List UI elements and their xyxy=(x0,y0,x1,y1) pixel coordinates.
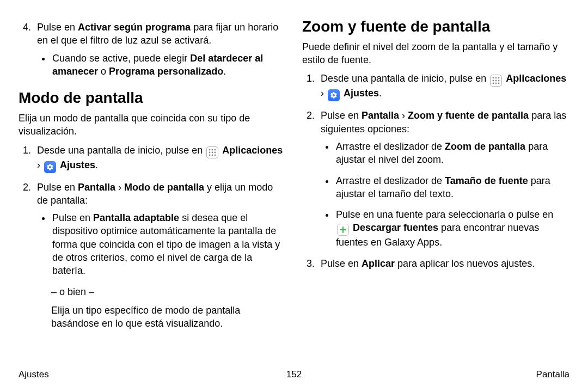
after-text: Elija un tipo específico de modo de pant… xyxy=(37,304,286,330)
text: . xyxy=(379,88,382,99)
svg-point-10 xyxy=(495,77,497,79)
text: Pulse en una fuente para seleccionarla o… xyxy=(336,209,553,220)
svg-point-15 xyxy=(493,83,494,84)
bold: Ajustes xyxy=(344,88,379,99)
svg-point-1 xyxy=(212,149,213,150)
text: . xyxy=(95,160,98,170)
sub-list: Pulse en Pantalla adaptable si desea que… xyxy=(37,211,286,277)
footer-page-number: 152 xyxy=(202,369,385,381)
svg-point-9 xyxy=(493,77,494,79)
svg-point-14 xyxy=(498,80,500,82)
text: Desde una pantalla de inicio, pulse en xyxy=(321,73,489,84)
text: Desde una pantalla de inicio, pulse en xyxy=(37,145,205,156)
text: Arrastre el deslizador de xyxy=(336,141,445,152)
svg-point-13 xyxy=(495,80,497,82)
sub-list: Arrastre el deslizador de Zoom de pantal… xyxy=(321,140,569,249)
list-item: Arrastre el deslizador de Zoom de pantal… xyxy=(335,140,569,167)
text: Pulse en xyxy=(37,182,78,193)
left-steps: Desde una pantalla de inicio, pulse en A… xyxy=(19,144,286,330)
bold: Aplicaciones xyxy=(222,145,283,156)
svg-point-4 xyxy=(212,151,213,153)
heading-zoom-fuente: Zoom y fuente de pantalla xyxy=(302,16,569,37)
bold: Pantalla xyxy=(362,110,399,121)
list-item: Desde una pantalla de inicio, pulse en A… xyxy=(317,72,569,101)
left-top-list: Pulse en Activar según programa para fij… xyxy=(19,21,286,78)
page: Pulse en Activar según programa para fij… xyxy=(0,0,588,392)
bold: Programa personalizado xyxy=(109,66,223,77)
footer-left: Ajustes xyxy=(19,369,202,381)
list-item: Desde una pantalla de inicio, pulse en A… xyxy=(34,144,286,173)
apps-grid-icon xyxy=(490,75,502,87)
svg-point-6 xyxy=(209,154,211,156)
bold: Aplicar xyxy=(362,258,395,269)
list-item: Cuando se active, puede elegir Del atard… xyxy=(51,52,286,78)
bold: Zoom de pantalla xyxy=(445,141,525,152)
bold: Ajustes xyxy=(60,160,95,170)
text: Cuando se active, puede elegir xyxy=(52,53,190,64)
footer-right: Pantalla xyxy=(386,369,569,381)
chevron: › xyxy=(115,182,124,193)
list-item: Arrastre el deslizador de Tamaño de fuen… xyxy=(335,174,569,201)
right-steps: Desde una pantalla de inicio, pulse en A… xyxy=(302,72,569,270)
text: Pulse en xyxy=(37,22,78,33)
text: . xyxy=(223,66,226,77)
page-footer: Ajustes 152 Pantalla xyxy=(19,369,569,392)
svg-point-17 xyxy=(498,83,500,84)
chevron: › xyxy=(37,160,43,170)
svg-point-11 xyxy=(498,77,500,79)
svg-point-2 xyxy=(215,149,216,150)
lead-text: Puede definir el nivel del zoom de la pa… xyxy=(302,40,569,67)
bold: Descargar fuentes xyxy=(353,222,438,233)
svg-point-8 xyxy=(215,154,216,156)
bold: Modo de pantalla xyxy=(124,182,204,193)
sub-list: Cuando se active, puede elegir Del atard… xyxy=(37,52,286,78)
list-item: Pulse en Activar según programa para fij… xyxy=(34,21,286,78)
text: Pulse en xyxy=(321,110,362,121)
list-item: Pulse en Pantalla › Zoom y fuente de pan… xyxy=(317,109,569,249)
settings-gear-icon xyxy=(328,89,340,101)
settings-gear-icon xyxy=(44,161,56,173)
svg-point-5 xyxy=(215,151,216,153)
left-column: Pulse en Activar según programa para fij… xyxy=(19,16,286,369)
text: Pulse en xyxy=(52,212,93,223)
svg-point-0 xyxy=(209,149,211,150)
right-column: Zoom y fuente de pantalla Puede definir … xyxy=(302,16,569,369)
text: Pulse en xyxy=(321,258,362,269)
apps-grid-icon xyxy=(206,146,218,158)
bold: Zoom y fuente de pantalla xyxy=(408,110,529,121)
chevron: › xyxy=(399,110,408,121)
or-divider: – o bien – xyxy=(37,285,286,298)
list-item: Pulse en Aplicar para aplicar los nuevos… xyxy=(317,257,569,270)
heading-modo-de-pantalla: Modo de pantalla xyxy=(19,88,286,108)
svg-point-12 xyxy=(493,80,494,82)
bold: Aplicaciones xyxy=(506,73,566,84)
download-plus-icon xyxy=(337,224,349,236)
lead-text: Elija un modo de pantalla que coincida c… xyxy=(19,112,286,138)
text: para aplicar los nuevos ajustes. xyxy=(395,258,535,269)
text: o xyxy=(98,66,109,77)
bold: Pantalla xyxy=(78,182,115,193)
list-item: Pulse en Pantalla adaptable si desea que… xyxy=(51,211,286,277)
bold: Tamaño de fuente xyxy=(445,175,528,186)
list-item: Pulse en una fuente para seleccionarla o… xyxy=(335,208,569,249)
list-item: Pulse en Pantalla › Modo de pantalla y e… xyxy=(34,181,286,330)
bold: Activar según programa xyxy=(78,22,191,33)
bold: Pantalla adaptable xyxy=(93,212,179,223)
svg-point-7 xyxy=(212,154,213,156)
text: Arrastre el deslizador de xyxy=(336,175,445,186)
svg-point-3 xyxy=(209,151,211,153)
svg-point-16 xyxy=(495,83,497,84)
chevron: › xyxy=(321,88,327,99)
columns: Pulse en Activar según programa para fij… xyxy=(19,16,569,369)
